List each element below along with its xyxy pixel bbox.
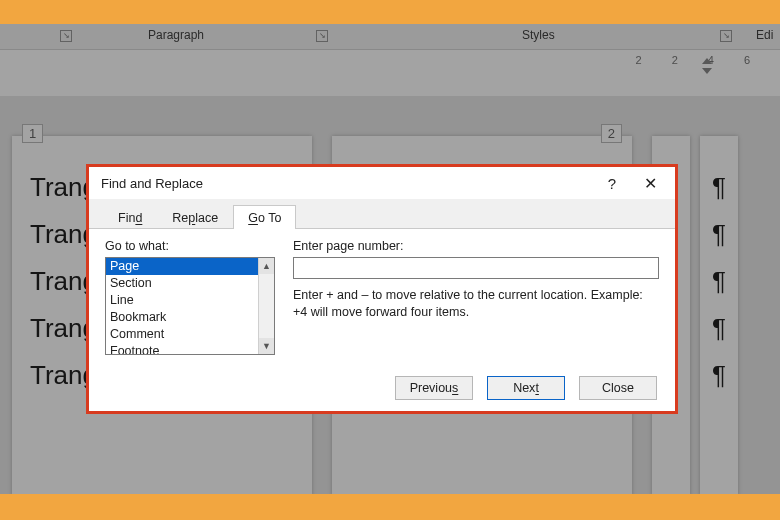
close-dialog-button[interactable]: Close xyxy=(579,376,657,400)
list-item[interactable]: Footnote xyxy=(106,343,258,354)
previous-button[interactable]: Previous xyxy=(395,376,473,400)
ribbon-group-paragraph: Paragraph xyxy=(148,28,204,42)
close-button[interactable]: ✕ xyxy=(631,169,669,197)
tab-replace[interactable]: Replace xyxy=(157,205,233,229)
paragraph-launcher-icon[interactable]: ↘ xyxy=(60,30,72,42)
page-number-box: 2 xyxy=(601,124,622,143)
tab-goto[interactable]: Go To xyxy=(233,205,296,229)
editing-launcher-icon[interactable]: ↘ xyxy=(720,30,732,42)
help-button[interactable]: ? xyxy=(593,169,631,197)
goto-what-listbox[interactable]: Page Section Line Bookmark Comment Footn… xyxy=(105,257,275,355)
dialog-title: Find and Replace xyxy=(101,176,593,191)
indent-markers-icon[interactable] xyxy=(700,58,714,74)
find-and-replace-dialog: Find and Replace ? ✕ Find Replace Go To … xyxy=(86,164,678,414)
page-number-box: 1 xyxy=(22,124,43,143)
ruler-tick: 6 xyxy=(744,54,750,72)
ruler-tick: 2 xyxy=(636,54,642,72)
ribbon-group-editing: Edi xyxy=(756,28,773,42)
page-sliver: ¶¶¶¶¶ xyxy=(700,136,738,496)
listbox-scrollbar[interactable]: ▲ ▼ xyxy=(258,258,274,354)
ribbon: ↘ Paragraph ↘ Styles ↘ Edi xyxy=(0,24,780,50)
scroll-down-icon[interactable]: ▼ xyxy=(259,338,274,354)
tab-find[interactable]: Find xyxy=(103,205,157,229)
next-button[interactable]: Next xyxy=(487,376,565,400)
help-icon: ? xyxy=(608,175,616,192)
frame-border xyxy=(0,494,780,520)
ruler: 2 2 4 6 xyxy=(0,50,780,96)
scroll-up-icon[interactable]: ▲ xyxy=(259,258,274,274)
ruler-tick: 2 xyxy=(672,54,678,72)
list-item[interactable]: Comment xyxy=(106,326,258,343)
ribbon-group-styles: Styles xyxy=(522,28,555,42)
goto-hint-text: Enter + and – to move relative to the cu… xyxy=(293,287,659,321)
list-item[interactable]: Bookmark xyxy=(106,309,258,326)
goto-what-label: Go to what: xyxy=(105,239,275,253)
list-item[interactable]: Page xyxy=(106,258,258,275)
styles-launcher-icon[interactable]: ↘ xyxy=(316,30,328,42)
list-item[interactable]: Line xyxy=(106,292,258,309)
close-icon: ✕ xyxy=(644,174,657,193)
dialog-titlebar[interactable]: Find and Replace ? ✕ xyxy=(89,167,675,199)
list-item[interactable]: Section xyxy=(106,275,258,292)
dialog-tabs: Find Replace Go To xyxy=(89,199,675,229)
enter-page-number-label: Enter page number: xyxy=(293,239,659,253)
page-number-input[interactable] xyxy=(293,257,659,279)
